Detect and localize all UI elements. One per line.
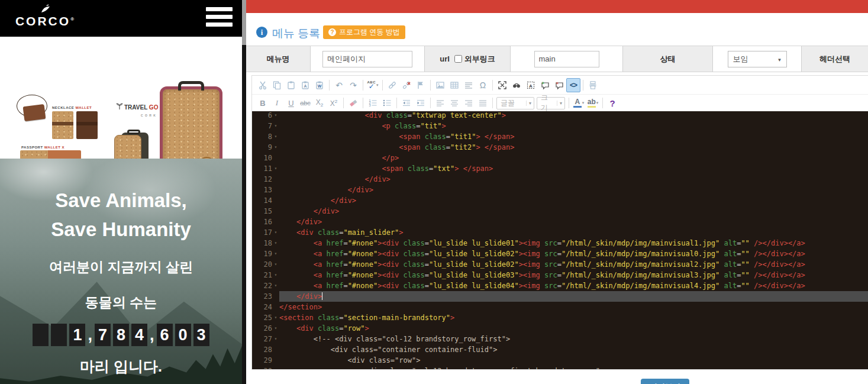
code-line-6[interactable]: 6▾ <div class="txtwrap text-center"> <box>252 111 868 121</box>
code-line-19[interactable]: 19▾ <a href="#none"><div class="lu_slide… <box>252 249 868 259</box>
fold-arrow-icon[interactable]: ▾ <box>272 142 279 153</box>
align-center-icon[interactable] <box>447 96 462 110</box>
code-line-24[interactable]: 24</section> <box>252 302 868 312</box>
print-icon[interactable] <box>586 78 600 92</box>
status-select[interactable]: 보임 ▼ <box>728 51 787 67</box>
scrollbar-thumb[interactable] <box>242 0 246 45</box>
code-line-21[interactable]: 21▾ <a href="#none"><div class="lu_slide… <box>252 270 868 280</box>
cut-icon[interactable] <box>256 78 270 92</box>
font-combo[interactable]: 글꼴▾ <box>496 97 534 109</box>
code-line-16[interactable]: 16 </div> <box>252 217 868 227</box>
toolbar-separator <box>602 98 603 108</box>
preview-scrollbar[interactable] <box>242 0 246 384</box>
code-line-28[interactable]: 28 <div class="container container-fluid… <box>252 344 868 355</box>
link-icon[interactable] <box>385 78 399 92</box>
code-line-25[interactable]: 25▾<section class="section-main-brandsto… <box>252 312 868 323</box>
code-line-9[interactable]: 9▾ <span class="tit2"> </span> <box>252 142 868 153</box>
help-icon[interactable]: ? <box>605 96 619 110</box>
code-line-11[interactable]: 11▾ <span class="txt"> </span> <box>252 163 868 174</box>
code-line-22[interactable]: 22▾ <a href="#none"><div class="lu_slide… <box>252 280 868 291</box>
fold-arrow-icon[interactable]: ▾ <box>272 131 279 142</box>
text-color-icon[interactable]: A▾ <box>572 96 586 110</box>
fold-arrow-icon[interactable]: ▾ <box>272 270 279 280</box>
underline-icon[interactable]: U <box>284 96 298 110</box>
select-all-icon[interactable]: A <box>524 78 538 92</box>
undo-icon[interactable]: ↶ <box>332 78 346 92</box>
hamburger-menu-icon[interactable] <box>206 7 233 30</box>
fold-gutter <box>272 206 279 217</box>
paste-text-icon[interactable]: A <box>298 78 312 92</box>
menu-name-input[interactable] <box>322 51 412 67</box>
fold-arrow-icon[interactable]: ▾ <box>272 249 279 259</box>
code-line-17[interactable]: 17▾ <div class="main_slider"> <box>252 227 868 238</box>
superscript-icon[interactable]: X2 <box>327 96 341 110</box>
bold-icon[interactable]: B <box>256 96 270 110</box>
code-line-7[interactable]: 7▾ <p class="tit"> <box>252 121 868 131</box>
code-line-14[interactable]: 14 </div> <box>252 195 868 206</box>
code-line-13[interactable]: 13 </div> <box>252 185 868 195</box>
align-justify-icon[interactable] <box>476 96 490 110</box>
fold-arrow-icon[interactable]: ▾ <box>272 111 279 121</box>
product-carousel[interactable]: NECKLACE WALLET PASSPORT WALLET X TRAVEL… <box>0 37 242 159</box>
code-line-30[interactable]: 30 <div class="col-12 brandstory_row_fir… <box>252 366 868 369</box>
copy-icon[interactable] <box>270 78 284 92</box>
code-line-26[interactable]: 26▾ <div class="row"> <box>252 323 868 334</box>
site-logo[interactable]: CORCO® <box>13 4 78 28</box>
comment-remove-icon[interactable]: × <box>552 78 566 92</box>
numbered-list-icon[interactable]: 123 <box>366 96 380 110</box>
code-line-20[interactable]: 20▾ <a href="#none"><div class="lu_slide… <box>252 259 868 270</box>
external-link-checkbox[interactable] <box>454 55 462 63</box>
spellcheck-icon[interactable]: ABC✓▾ <box>366 78 380 92</box>
anchor-icon[interactable] <box>414 78 428 92</box>
code-line-29[interactable]: 29 <div class="row"> <box>252 355 868 366</box>
code-line-18[interactable]: 18▾ <a href="#none"><div class="lu_slide… <box>252 238 868 249</box>
align-right-icon[interactable] <box>462 96 476 110</box>
maximize-icon[interactable] <box>495 78 509 92</box>
paste-word-icon[interactable]: W <box>312 78 327 92</box>
fold-arrow-icon[interactable]: ▾ <box>272 227 279 238</box>
code-text: <span class="tit1"> </span> <box>279 131 868 142</box>
align-left-icon[interactable] <box>433 96 447 110</box>
program-link-help-button[interactable]: ? 프로그램 연동 방법 <box>323 25 405 39</box>
table-icon[interactable] <box>447 78 462 92</box>
image-icon[interactable] <box>433 78 447 92</box>
code-line-8[interactable]: 8▾ <span class="tit1"> </span> <box>252 131 868 142</box>
url-input[interactable] <box>534 51 599 67</box>
code-line-15[interactable]: 15 </div> <box>252 206 868 217</box>
unlink-icon[interactable] <box>399 78 414 92</box>
bg-color-icon[interactable]: ab▾ <box>586 96 600 110</box>
special-char-icon[interactable]: Ω <box>476 78 490 92</box>
fold-arrow-icon[interactable]: ▾ <box>272 163 279 174</box>
comment-add-icon[interactable]: + <box>538 78 552 92</box>
travel-logo-icon <box>116 103 123 110</box>
source-code-area[interactable]: 6▾ <div class="txtwrap text-center">7▾ <… <box>252 111 868 369</box>
italic-icon[interactable]: I <box>270 96 284 110</box>
code-line-12[interactable]: 12 </div> <box>252 174 868 185</box>
source-button[interactable]: <> <box>566 78 580 92</box>
bulleted-list-icon[interactable] <box>380 96 394 110</box>
paste-icon[interactable] <box>284 78 298 92</box>
fold-arrow-icon[interactable]: ▾ <box>272 238 279 249</box>
line-number: 12 <box>252 174 272 185</box>
code-line-23[interactable]: 23 </div> <box>252 291 868 302</box>
remove-format-icon[interactable] <box>346 96 360 110</box>
find-icon[interactable] <box>509 78 524 92</box>
fold-arrow-icon[interactable]: ▾ <box>272 312 279 323</box>
fold-arrow-icon[interactable]: ▾ <box>272 280 279 291</box>
code-line-27[interactable]: 27▾ <!-- <div class="col-12 brandstory_r… <box>252 334 868 344</box>
line-number: 15 <box>252 206 272 217</box>
outdent-icon[interactable] <box>399 96 414 110</box>
strikethrough-icon[interactable]: abc <box>298 96 312 110</box>
redo-icon[interactable]: ↷ <box>346 78 360 92</box>
fold-arrow-icon[interactable]: ▾ <box>272 334 279 344</box>
indent-icon[interactable] <box>414 96 428 110</box>
fold-arrow-icon[interactable]: ▾ <box>272 259 279 270</box>
fold-arrow-icon[interactable]: ▾ <box>272 121 279 131</box>
fold-arrow-icon[interactable]: ▾ <box>272 323 279 334</box>
horizontal-line-icon[interactable] <box>462 78 476 92</box>
code-text: </p> <box>279 153 868 163</box>
preview-save-button[interactable]: 미리보기 <box>641 379 689 384</box>
subscript-icon[interactable]: X2 <box>312 96 327 110</box>
code-line-10[interactable]: 10 </p> <box>252 153 868 163</box>
size-combo[interactable]: 크기▾ <box>537 97 565 109</box>
